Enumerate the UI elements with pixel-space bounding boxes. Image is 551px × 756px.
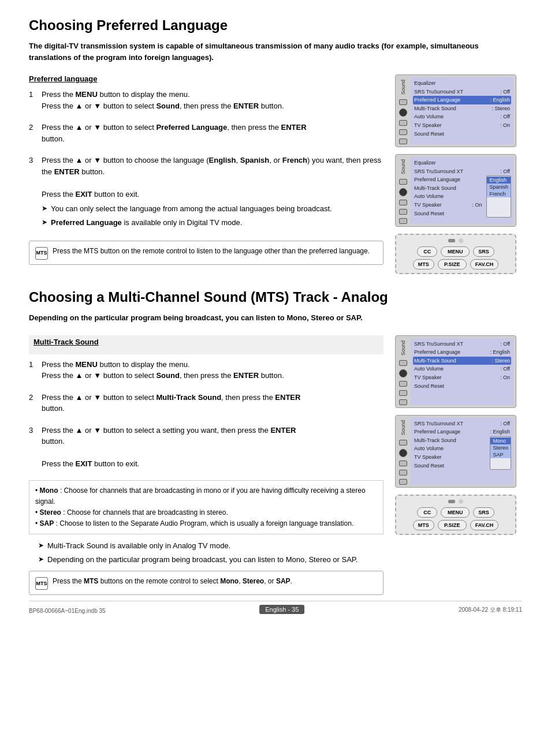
favch-button[interactable]: FAV.CH xyxy=(470,259,499,270)
tv-panel-1: Sound Equalizer SRS TruSurround XT: Off … xyxy=(395,74,516,147)
remote-row-1: CC MENU SRS xyxy=(417,246,494,257)
s2-sidebar-icon-3 xyxy=(399,381,407,387)
mts-icon: MTS xyxy=(35,247,48,260)
step-2: 2 Press the ▲ or ▼ button to select Pref… xyxy=(29,122,384,144)
remote-row-4: MTS P.SIZE FAV.CH xyxy=(413,520,499,530)
tv-panel-2: Sound Equalizer SRS TruSurround XT: Off xyxy=(395,154,516,227)
sidebar-icon-3 xyxy=(399,120,407,126)
tv-menu-1: Equalizer SRS TruSurround XT: Off Prefer… xyxy=(411,77,513,144)
sidebar-icon-10 xyxy=(399,218,407,224)
mts-note-2: MTS Press the MTS buttons on the remote … xyxy=(29,571,384,595)
remote-speaker-2 xyxy=(459,499,463,504)
psize-button[interactable]: P.SIZE xyxy=(438,259,467,270)
step-1: 1 Press the MENU button to display the m… xyxy=(29,89,384,111)
menu-button[interactable]: MENU xyxy=(441,246,470,257)
s2-step-1: 1 Press the MENU button to display the m… xyxy=(29,359,384,381)
remote-led-2 xyxy=(448,500,455,503)
srs-button[interactable]: SRS xyxy=(473,246,494,257)
step-3: 3 Press the ▲ or ▼ button to choose the … xyxy=(29,155,384,230)
sidebar-icon-8 xyxy=(399,200,407,205)
remote-control-1: CC MENU SRS MTS P.SIZE FAV.CH xyxy=(395,234,516,274)
section1-subsection: Preferred language xyxy=(29,74,384,83)
mts-note-1: MTS Press the MTS button on the remote c… xyxy=(29,241,384,265)
cc-button[interactable]: CC xyxy=(417,246,437,257)
sidebar-icon-1 xyxy=(399,99,407,105)
s2-arrow-2: ➤ Depending on the particular program be… xyxy=(38,554,384,566)
s2-sidebar-icon-1 xyxy=(399,360,407,366)
remote-row-3: CC MENU SRS xyxy=(417,507,494,518)
section2-subsection: Multi-Track Sound xyxy=(33,338,379,346)
section1-intro: The digital-TV transmission system is ca… xyxy=(29,40,522,63)
s2-sidebar-icon-5 xyxy=(399,399,407,405)
tv-menu-3: SRS TruSurround XT: Off Preferred Langua… xyxy=(411,338,513,405)
page-footer: BP68-00666A~01Eng.indb 35 English - 35 2… xyxy=(29,601,522,614)
srs-button-2[interactable]: SRS xyxy=(473,507,494,518)
s2-arrow-1: ➤ Multi-Track Sound is available only in… xyxy=(38,540,384,552)
sidebar-icon-7 xyxy=(399,188,407,196)
tv-panel-3: Sound SRS TruSurround XT: Off Preferred … xyxy=(395,335,516,408)
mts-button[interactable]: MTS xyxy=(413,259,434,270)
favch-button-2[interactable]: FAV.CH xyxy=(470,520,499,530)
section1-title: Choosing Preferred Language xyxy=(29,17,522,33)
sidebar-icon-9 xyxy=(399,209,407,215)
mts-icon-2: MTS xyxy=(35,577,48,590)
cc-button-2[interactable]: CC xyxy=(417,507,437,518)
s2-step-2: 2 Press the ▲ or ▼ button to select Mult… xyxy=(29,392,384,414)
footer-right: 2008-04-22 오후 8:19:11 xyxy=(459,606,522,614)
panel-column-1: Sound Equalizer SRS TruSurround XT: Off … xyxy=(395,74,522,278)
menu-button-2[interactable]: MENU xyxy=(441,507,470,518)
sidebar-icon-6 xyxy=(399,179,407,185)
s2-sidebar-icon-4 xyxy=(399,390,407,396)
footer-left: BP68-00666A~01Eng.indb 35 xyxy=(29,608,106,614)
mts-button-2[interactable]: MTS xyxy=(413,520,434,530)
remote-speaker-1 xyxy=(459,238,463,243)
mts-dropdown: Mono Stereo SAP xyxy=(490,436,511,470)
sidebar-icon-4 xyxy=(399,129,407,135)
s2-sidebar-icon-6 xyxy=(399,440,407,446)
remote-control-2: CC MENU SRS MTS P.SIZE FAV.CH xyxy=(395,495,516,535)
s2-sidebar-icon-10 xyxy=(399,479,407,485)
s2-step-3: 3 Press the ▲ or ▼ button to select a se… xyxy=(29,425,384,470)
s2-sidebar-icon-2 xyxy=(399,369,407,377)
psize-button-2[interactable]: P.SIZE xyxy=(438,520,467,530)
tv-menu-4: SRS TruSurround XT: Off Preferred Langua… xyxy=(411,418,513,485)
panel-column-2: Sound SRS TruSurround XT: Off Preferred … xyxy=(395,335,522,596)
section2-title: Choosing a Multi-Channel Sound (MTS) Tra… xyxy=(29,289,522,305)
page-number: English - 35 xyxy=(259,605,304,614)
tv-panel-4: Sound SRS TruSurround XT: Off Preferred … xyxy=(395,415,516,488)
bullet-box: • Mono : Choose for channels that are br… xyxy=(29,480,384,535)
sidebar-icon-5 xyxy=(399,139,407,144)
sidebar-icon-2 xyxy=(399,108,407,117)
tv-menu-2: Equalizer SRS TruSurround XT: Off Prefer… xyxy=(411,157,513,224)
language-dropdown: English Spanish French xyxy=(486,175,511,218)
remote-led-1 xyxy=(448,239,455,242)
s2-sidebar-icon-8 xyxy=(399,461,407,466)
remote-row-2: MTS P.SIZE FAV.CH xyxy=(413,259,499,270)
s2-sidebar-icon-9 xyxy=(399,470,407,476)
s2-sidebar-icon-7 xyxy=(399,449,407,457)
section2-intro: Depending on the particular program bein… xyxy=(29,312,522,324)
